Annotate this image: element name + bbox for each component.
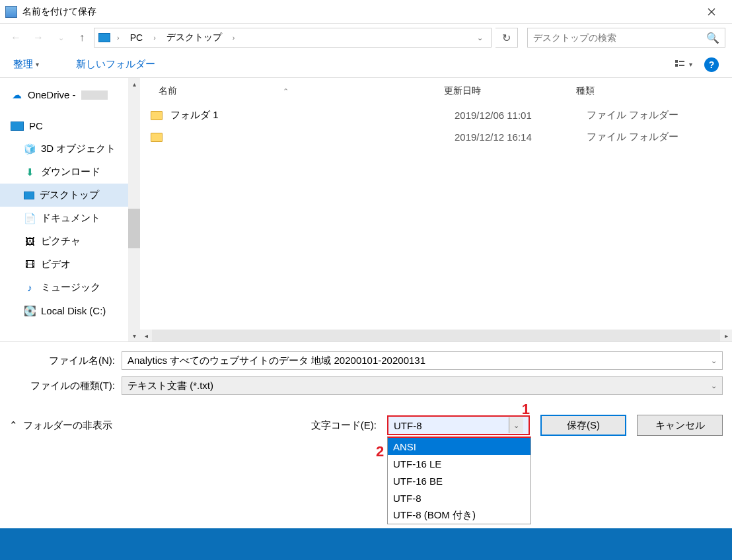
chevron-down-icon[interactable]: ⌄: [711, 357, 717, 365]
sidebar-item-desktop[interactable]: デスクトップ: [0, 184, 140, 207]
scroll-down-icon[interactable]: ▾: [128, 330, 140, 341]
chevron-right-icon: ›: [113, 34, 124, 42]
filetype-label: ファイルの種類(T):: [9, 380, 122, 392]
breadcrumb[interactable]: › PC › デスクトップ › ⌄: [94, 28, 492, 48]
svg-rect-4: [679, 61, 684, 62]
search-icon[interactable]: 🔍: [706, 32, 719, 44]
column-headers: 名前⌃ 更新日時 種類: [140, 78, 732, 99]
close-button[interactable]: [696, 1, 727, 22]
file-name: フォルダ 1: [170, 109, 455, 122]
pictures-icon: 🖼: [24, 236, 36, 247]
save-button[interactable]: 保存(S): [540, 415, 626, 436]
sidebar-onedrive[interactable]: ☁ OneDrive -: [0, 83, 140, 106]
sidebar-label: PC: [29, 120, 43, 131]
sidebar-item-localdisk[interactable]: 💽Local Disk (C:): [0, 299, 140, 322]
encoding-dropdown: 2 ANSI UTF-16 LE UTF-16 BE UTF-8 UTF-8 (…: [387, 437, 531, 524]
encoding-label: 文字コード(E):: [311, 419, 377, 432]
chevron-up-icon: ⌃: [9, 419, 18, 431]
chevron-right-icon: ›: [229, 34, 239, 42]
chevron-down-icon: ▾: [36, 61, 39, 68]
file-row[interactable]: フォルダ 1 2019/12/06 11:01 ファイル フォルダー: [151, 104, 732, 126]
up-button[interactable]: ↑: [74, 30, 90, 46]
filename-value: Analytics すべてのウェブサイトのデータ 地域 20200101-202…: [128, 355, 425, 367]
refresh-button[interactable]: ↻: [495, 28, 518, 48]
col-date[interactable]: 更新日時: [444, 85, 576, 97]
hide-folders-button[interactable]: ⌃ フォルダーの非表示: [9, 419, 112, 432]
back-button[interactable]: ←: [7, 28, 25, 47]
music-icon: ♪: [24, 283, 36, 293]
titlebar: 名前を付けて保存: [0, 0, 732, 24]
sidebar-item-documents[interactable]: 📄ドキュメント: [0, 207, 140, 230]
sidebar: ☁ OneDrive - PC 🧊3D オブジェクト ⬇ダウンロード デスクトッ…: [0, 78, 140, 341]
sidebar-label: ドキュメント: [41, 212, 100, 225]
sidebar-item-3d[interactable]: 🧊3D オブジェクト: [0, 137, 140, 160]
encoding-option-ansi[interactable]: ANSI: [388, 438, 531, 455]
sidebar-label: Local Disk (C:): [41, 305, 106, 316]
file-date: 2019/12/06 11:01: [455, 110, 587, 121]
file-row[interactable]: 2019/12/12 16:14 ファイル フォルダー: [151, 126, 732, 148]
chevron-down-icon: ▾: [689, 61, 692, 68]
redacted-text: [81, 90, 108, 100]
main-area: ☁ OneDrive - PC 🧊3D オブジェクト ⬇ダウンロード デスクトッ…: [0, 78, 732, 342]
annotation-1: 1: [522, 401, 530, 418]
file-type: ファイル フォルダー: [587, 109, 678, 122]
bottom-area: ⌃ フォルダーの非表示 文字コード(E): UTF-8 ⌄ 1 2 ANSI U…: [0, 402, 732, 445]
toolbar: 整理 ▾ 新しいフォルダー ▾ ?: [0, 52, 732, 78]
close-icon: [708, 8, 715, 16]
forward-button[interactable]: →: [29, 28, 48, 47]
chevron-down-icon[interactable]: ⌄: [711, 382, 717, 390]
filename-input[interactable]: Analytics すべてのウェブサイトのデータ 地域 20200101-202…: [122, 351, 723, 370]
encoding-select[interactable]: UTF-8 ⌄ 1 2 ANSI UTF-16 LE UTF-16 BE UTF…: [387, 415, 530, 435]
organize-button[interactable]: 整理 ▾: [13, 58, 39, 71]
scroll-up-icon[interactable]: ▴: [128, 78, 140, 90]
chevron-down-icon[interactable]: ⌄: [509, 417, 523, 433]
breadcrumb-pc[interactable]: PC: [126, 32, 147, 43]
onedrive-icon: ☁: [11, 90, 22, 100]
video-icon: 🎞: [24, 260, 36, 270]
form-area: ファイル名(N): Analytics すべてのウェブサイトのデータ 地域 20…: [0, 342, 732, 395]
encoding-option-utf16le[interactable]: UTF-16 LE: [388, 455, 531, 472]
filetype-select[interactable]: テキスト文書 (*.txt) ⌄: [122, 376, 723, 395]
breadcrumb-desktop[interactable]: デスクトップ: [163, 32, 226, 44]
col-name[interactable]: 名前⌃: [159, 85, 444, 97]
view-button[interactable]: ▾: [675, 59, 692, 70]
recent-dropdown[interactable]: ⌄: [52, 28, 70, 47]
col-type[interactable]: 種類: [576, 85, 595, 97]
cancel-button[interactable]: キャンセル: [637, 415, 723, 436]
scroll-right-icon[interactable]: ▸: [720, 330, 732, 341]
encoding-option-utf8bom[interactable]: UTF-8 (BOM 付き): [388, 507, 531, 524]
chevron-down-icon[interactable]: ⌄: [473, 34, 487, 42]
sidebar-label: ピクチャ: [41, 235, 81, 248]
svg-rect-2: [675, 60, 678, 63]
horizontal-scrollbar[interactable]: ◂ ▸: [140, 330, 732, 341]
search-box[interactable]: 🔍: [527, 28, 725, 48]
encoding-option-utf16be[interactable]: UTF-16 BE: [388, 472, 531, 489]
sidebar-label: デスクトップ: [40, 189, 99, 201]
sidebar-item-downloads[interactable]: ⬇ダウンロード: [0, 160, 140, 184]
desktop-icon: [24, 192, 34, 199]
sidebar-label: ミュージック: [41, 281, 100, 294]
sidebar-item-pictures[interactable]: 🖼ピクチャ: [0, 230, 140, 253]
document-icon: 📄: [24, 213, 36, 224]
chevron-right-icon: ›: [149, 34, 160, 42]
pc-icon: [11, 122, 24, 131]
new-folder-button[interactable]: 新しいフォルダー: [76, 58, 155, 71]
encoding-option-utf8[interactable]: UTF-8: [388, 489, 531, 507]
help-button[interactable]: ?: [704, 57, 719, 72]
folder-icon: [151, 111, 163, 120]
folder-icon: [151, 133, 163, 142]
scroll-thumb[interactable]: [128, 209, 140, 248]
pc-icon: [98, 33, 110, 42]
nav-bar: ← → ⌄ ↑ › PC › デスクトップ › ⌄ ↻ 🔍: [0, 24, 732, 52]
search-input[interactable]: [533, 32, 706, 43]
sidebar-scrollbar[interactable]: ▴ ▾: [128, 78, 140, 341]
sidebar-item-videos[interactable]: 🎞ビデオ: [0, 253, 140, 276]
view-icon: [675, 59, 686, 70]
sidebar-label: ビデオ: [41, 258, 71, 271]
sidebar-pc[interactable]: PC: [0, 114, 140, 137]
file-type: ファイル フォルダー: [587, 131, 678, 143]
scroll-left-icon[interactable]: ◂: [140, 330, 152, 341]
sidebar-item-music[interactable]: ♪ミュージック: [0, 276, 140, 299]
filetype-value: テキスト文書 (*.txt): [128, 380, 213, 392]
cube-icon: 🧊: [24, 144, 36, 155]
